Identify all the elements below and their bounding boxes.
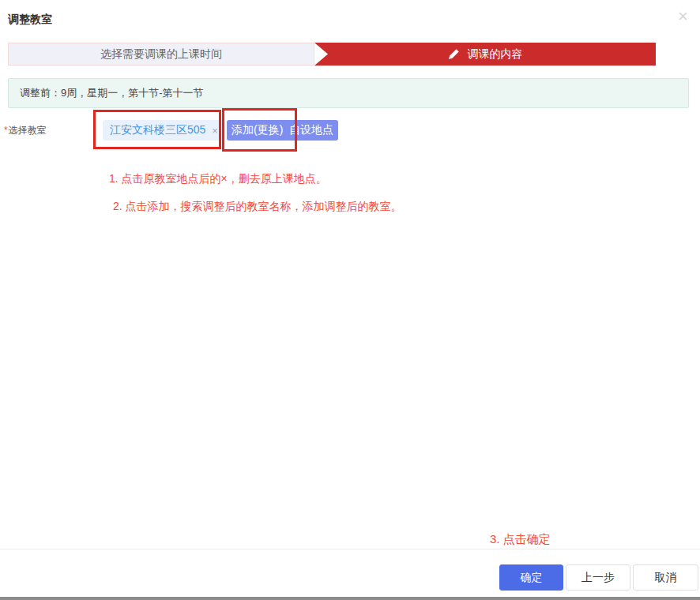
step-indicator: 选择需要调课的上课时间 调课的内容 [8, 43, 656, 66]
pencil-icon [448, 48, 460, 60]
step-select-time-label: 选择需要调课的上课时间 [100, 47, 222, 62]
previous-step-button[interactable]: 上一步 [566, 564, 630, 591]
select-classroom-label-text: 选择教室 [9, 125, 47, 136]
add-replace-button[interactable]: 添加(更换) [227, 120, 288, 141]
step-select-time[interactable]: 选择需要调课的上课时间 [8, 43, 314, 66]
select-classroom-label: *选择教室 [4, 124, 47, 137]
dialog-title: 调整教室 [8, 13, 52, 27]
window-bottom-edge [0, 597, 700, 600]
classroom-tag: 江安文科楼三区505 × [103, 120, 225, 141]
cancel-button[interactable]: 取消 [633, 564, 698, 591]
confirm-button[interactable]: 确定 [499, 564, 563, 591]
footer-divider [0, 549, 700, 549]
custom-location-button[interactable]: 自设地点 [284, 120, 338, 141]
before-adjust-info-bar: 调整前：9周，星期一，第十节-第十一节 [8, 78, 689, 108]
step-adjust-content-label: 调课的内容 [468, 47, 523, 62]
before-adjust-info-text: 调整前：9周，星期一，第十节-第十一节 [20, 86, 204, 100]
tag-remove-icon[interactable]: × [212, 125, 218, 137]
annotation-note-3: 3. 点击确定 [490, 532, 551, 547]
required-mark: * [4, 125, 8, 136]
classroom-tag-text: 江安文科楼三区505 [110, 123, 205, 137]
step-adjust-content[interactable]: 调课的内容 [314, 43, 656, 66]
close-icon[interactable]: × [678, 8, 688, 25]
annotation-note-1: 1. 点击原教室地点后的×，删去原上课地点。 [109, 172, 327, 186]
adjust-classroom-dialog: 调整教室 × 选择需要调课的上课时间 调课的内容 调整前：9周，星期一，第十节-… [0, 0, 700, 600]
annotation-note-2: 2. 点击添加，搜索调整后的教室名称，添加调整后的教室。 [113, 200, 402, 214]
